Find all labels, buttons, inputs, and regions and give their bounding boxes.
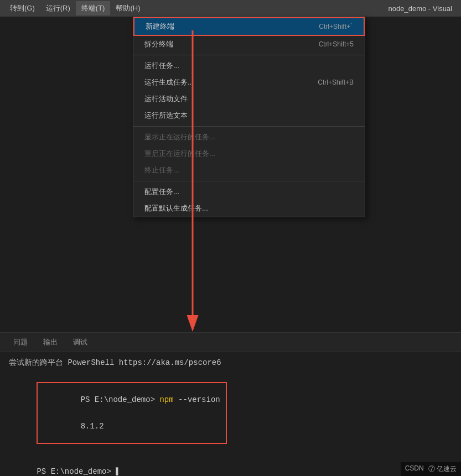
tab-problems[interactable]: 问题 [6,334,35,351]
terminal-args: --version [174,395,220,404]
dropdown-item-restart-task: 重启正在运行的任务... [133,145,365,162]
dropdown-item-label-run-active: 运行活动文件 [144,94,188,104]
separator-2 [133,126,365,127]
terminal-prompt1: PS E:\node_demo> [81,395,160,404]
terminal-highlight: PS E:\node_demo> npm --version 8.1.2 [37,382,226,444]
terminal-command-line: PS E:\node_demo> npm --version 8.1.2 [9,370,452,456]
dropdown-item-run-active[interactable]: 运行活动文件 [133,91,365,107]
dropdown-item-configure-default-build[interactable]: 配置默认生成任务... [133,200,365,217]
menubar-item-run[interactable]: 运行(R) [40,1,76,15]
menubar-item-terminal[interactable]: 终端(T) [76,1,111,15]
terminal-prompt2-line: PS E:\node_demo> ▌ [9,458,452,476]
window-title: node_demo - Visual [389,4,452,13]
terminal-intro: 尝试新的跨平台 PowerShell https://aka.ms/pscore… [9,358,452,368]
dropdown-item-terminate-task: 终止任务... [133,162,365,179]
dropdown-item-label-run-task: 运行任务... [144,61,179,71]
bottom-panel: 问题 输出 调试 尝试新的跨平台 PowerShell https://aka.… [0,332,461,476]
dropdown-item-label-terminate-task: 终止任务... [144,165,179,175]
dropdown-item-label-run-build: 运行生成任务... [144,77,194,87]
tab-debug[interactable]: 调试 [65,334,95,351]
menubar-item-goto[interactable]: 转到(G) [4,1,40,15]
dropdown-item-label-restart-task: 重启正在运行的任务... [144,149,215,159]
menubar: 转到(G) 运行(R) 终端(T) 帮助(H) node_demo - Visu… [0,0,461,17]
watermark-bar: CSDN ⑦ 亿速云 [401,462,461,476]
dropdown-shortcut-new-terminal: Ctrl+Shift+` [319,23,353,30]
dropdown-item-label-configure-default-build: 配置默认生成任务... [144,203,208,213]
dropdown-item-run-build[interactable]: 运行生成任务... Ctrl+Shift+B [133,74,365,91]
dropdown-item-split-terminal[interactable]: 拆分终端 Ctrl+Shift+5 [133,36,365,53]
dropdown-item-label-show-running: 显示正在运行的任务... [144,132,215,142]
dropdown-item-configure-task[interactable]: 配置任务... [133,184,365,200]
npm-keyword: npm [159,395,173,404]
terminal-dropdown: 新建终端 Ctrl+Shift+` 拆分终端 Ctrl+Shift+5 运行任务… [133,17,365,217]
dropdown-shortcut-split-terminal: Ctrl+Shift+5 [319,40,354,48]
version-output: 8.1.2 [81,422,104,431]
watermark-csdn: CSDN [405,464,424,474]
dropdown-item-show-running: 显示正在运行的任务... [133,129,365,145]
menubar-item-help[interactable]: 帮助(H) [110,1,146,15]
dropdown-item-run-selection[interactable]: 运行所选文本 [133,107,365,124]
separator-3 [133,181,365,181]
dropdown-item-new-terminal[interactable]: 新建终端 Ctrl+Shift+` [133,17,365,36]
dropdown-item-label-run-selection: 运行所选文本 [144,111,188,121]
terminal-cursor: ▌ [116,467,120,476]
tab-output[interactable]: 输出 [35,334,65,351]
dropdown-item-label-split-terminal: 拆分终端 [144,39,173,49]
watermark-yisu: ⑦ 亿速云 [428,464,457,474]
dropdown-item-label-configure-task: 配置任务... [144,187,179,197]
panel-tabs: 问题 输出 调试 [0,333,461,352]
dropdown-item-run-task[interactable]: 运行任务... [133,57,365,74]
separator-1 [133,55,365,55]
dropdown-shortcut-run-build: Ctrl+Shift+B [318,79,354,86]
terminal-content: 尝试新的跨平台 PowerShell https://aka.ms/pscore… [0,352,461,476]
terminal-prompt2: PS E:\node_demo> [37,467,116,476]
dropdown-item-label-new-terminal: 新建终端 [146,22,174,32]
